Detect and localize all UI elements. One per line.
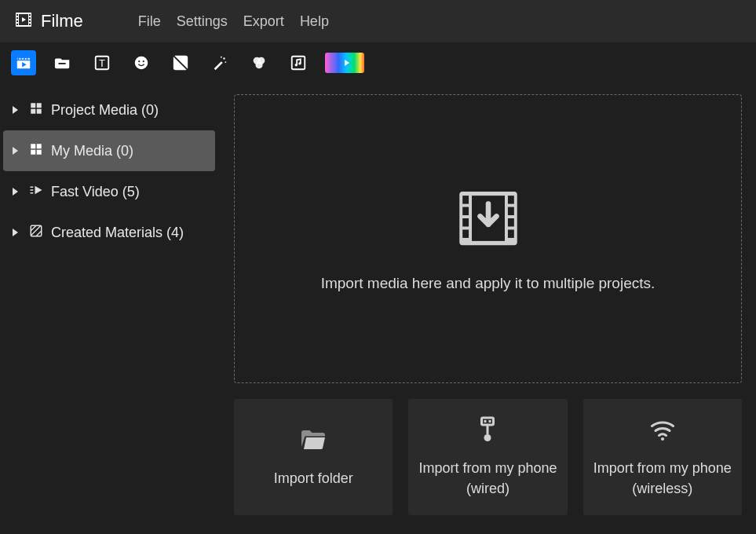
svg-point-65 [484,434,491,441]
svg-rect-9 [29,24,31,25]
tool-transition-icon[interactable] [168,50,193,75]
tool-color-icon[interactable] [247,50,272,75]
menu-help[interactable]: Help [300,13,329,30]
chevron-right-icon [13,229,18,236]
sidebar-item-label: Fast Video (5) [51,184,215,200]
tool-magic-icon[interactable] [207,50,232,75]
titlebar: Filme File Settings Export Help [0,0,756,42]
svg-point-31 [255,61,262,68]
svg-rect-35 [31,103,35,108]
svg-rect-40 [37,144,42,148]
svg-rect-43 [31,186,34,188]
svg-point-24 [143,60,144,62]
import-card-row: Import folder Import from my phone (wire… [234,399,742,515]
chevron-right-icon [13,147,18,155]
svg-rect-59 [507,218,513,227]
svg-rect-55 [462,218,469,227]
svg-rect-15 [24,58,25,60]
folder-open-icon [299,426,327,458]
svg-point-22 [135,57,148,70]
svg-rect-38 [37,108,42,113]
import-phone-wireless-card[interactable]: Import from my phone (wireless) [583,399,742,515]
fast-forward-icon [29,183,43,201]
main: Project Media (0) My Media (0) Fast Vide… [0,83,756,534]
import-phone-wired-card[interactable]: Import from my phone (wired) [408,399,567,515]
svg-rect-7 [29,17,31,19]
pattern-icon [29,224,43,242]
tool-folder-icon[interactable] [50,50,75,75]
svg-point-66 [661,437,664,441]
tool-media-icon[interactable] [11,50,36,75]
svg-point-27 [225,61,226,63]
svg-rect-54 [462,207,469,216]
svg-rect-37 [31,108,35,113]
tool-music-icon[interactable] [286,50,311,75]
svg-rect-8 [29,20,31,22]
svg-text:T: T [99,57,105,69]
film-strip-icon [14,10,33,32]
tool-sticker-icon[interactable] [129,50,154,75]
svg-rect-19 [59,63,66,64]
sidebar-item-my-media[interactable]: My Media (0) [3,130,215,171]
sidebar-item-label: Created Materials (4) [51,225,215,241]
svg-point-26 [223,57,225,59]
svg-rect-36 [37,103,42,108]
svg-point-28 [221,57,222,58]
card-label: Import folder [274,469,353,488]
svg-rect-4 [16,20,18,22]
svg-rect-63 [489,420,491,422]
chevron-right-icon [13,106,18,114]
grid-icon [29,142,43,160]
svg-rect-5 [16,24,18,25]
svg-rect-6 [29,14,31,16]
svg-rect-44 [31,189,34,191]
menu-settings[interactable]: Settings [177,13,228,30]
sidebar-item-fast-video[interactable]: Fast Video (5) [3,171,215,212]
svg-line-50 [36,231,42,236]
sidebar-item-label: Project Media (0) [51,102,215,119]
svg-rect-45 [31,192,34,194]
menu-file[interactable]: File [138,13,161,30]
svg-rect-57 [507,196,513,204]
tool-gradient-icon[interactable] [325,53,364,73]
dropzone-hint: Import media here and apply it to multip… [321,275,656,292]
svg-rect-16 [27,58,28,60]
app-name: Filme [41,11,83,31]
toolbar: T [0,42,756,83]
film-download-icon [455,185,521,254]
sidebar-item-project-media[interactable]: Project Media (0) [3,90,215,130]
menu-bar: File Settings Export Help [138,13,329,30]
svg-rect-56 [462,229,469,238]
svg-rect-14 [20,58,22,60]
svg-rect-60 [507,229,513,238]
sidebar-item-created-materials[interactable]: Created Materials (4) [3,212,215,253]
svg-rect-62 [484,420,487,422]
import-folder-card[interactable]: Import folder [234,399,393,515]
svg-rect-53 [462,196,469,204]
svg-rect-13 [18,58,20,60]
svg-point-34 [298,62,301,64]
app-logo: Filme [14,10,83,32]
chevron-right-icon [13,188,18,196]
svg-marker-46 [35,185,42,194]
svg-rect-32 [292,57,305,70]
svg-line-49 [31,225,36,231]
svg-point-23 [138,60,140,62]
svg-rect-42 [37,149,42,154]
svg-rect-58 [507,207,513,216]
wifi-icon [648,415,677,448]
tool-text-icon[interactable]: T [89,50,115,75]
svg-rect-41 [31,149,35,154]
svg-line-48 [31,225,41,236]
svg-rect-39 [31,144,35,148]
content: Import media here and apply it to multip… [218,83,756,534]
import-dropzone[interactable]: Import media here and apply it to multip… [234,94,742,383]
card-label: Import from my phone (wired) [416,459,559,498]
usb-icon [473,415,502,448]
svg-rect-61 [482,418,494,425]
menu-export[interactable]: Export [243,13,284,30]
svg-point-33 [295,64,298,66]
card-label: Import from my phone (wireless) [591,459,734,498]
svg-rect-2 [16,14,18,16]
sidebar-item-label: My Media (0) [51,143,215,159]
